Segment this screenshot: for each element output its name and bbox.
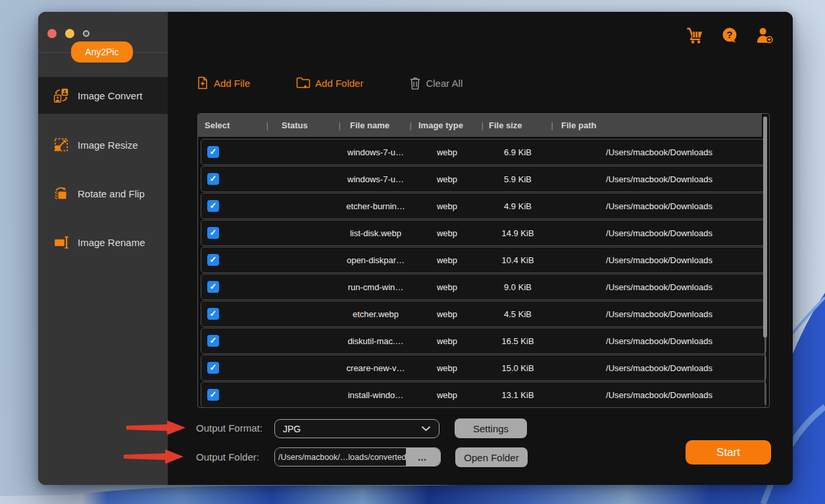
image-type-cell: webp (411, 336, 483, 346)
table-row[interactable]: ✓ windows-7-u… webp 6.9 KiB /Users/macbo… (201, 139, 766, 165)
header-cell-file-size: File size| (482, 120, 552, 130)
sidebar: Any2Pic Image Convert Image Resize (38, 12, 168, 485)
table-row[interactable]: ✓ open-diskpar… webp 10.4 KiB /Users/mac… (201, 247, 766, 273)
clear-all-button[interactable]: Clear All (409, 76, 463, 89)
image-convert-icon (53, 87, 70, 104)
table-row[interactable]: ✓ install-windo… webp 13.1 KiB /Users/ma… (201, 382, 766, 408)
output-folder-label: Output Folder: (196, 451, 259, 463)
browse-button[interactable]: … (406, 448, 440, 466)
row-checkbox[interactable]: ✓ (207, 281, 219, 293)
annotation-arrow-output-format (126, 419, 186, 436)
row-checkbox[interactable]: ✓ (207, 362, 219, 374)
add-folder-label: Add Folder (315, 78, 363, 89)
image-type-cell: webp (411, 174, 483, 184)
output-format-select[interactable]: JPG (274, 419, 439, 438)
sidebar-item-label: Image Rename (78, 237, 145, 248)
table-row[interactable]: ✓ etcher.webp webp 4.5 KiB /Users/macboo… (201, 301, 766, 327)
column-separator: | (410, 120, 412, 130)
file-name-cell: windows-7-u… (340, 147, 411, 157)
file-name-cell: diskutil-mac.… (340, 336, 411, 346)
cart-icon (686, 26, 704, 45)
table-row[interactable]: ✓ list-disk.webp webp 14.9 KiB /Users/ma… (201, 220, 766, 246)
close-button[interactable] (47, 29, 57, 38)
image-type-cell: webp (411, 390, 483, 400)
file-path-cell: /Users/macbook/Downloads (553, 336, 766, 346)
select-cell: ✓ (201, 362, 268, 374)
chevron-down-icon (421, 426, 431, 432)
file-size-cell: 15.0 KiB (483, 363, 553, 373)
topbar-icons: ? (685, 26, 774, 45)
select-cell: ✓ (201, 227, 268, 239)
image-rename-icon (53, 234, 70, 251)
sidebar-item-label: Rotate and Flip (78, 188, 145, 199)
header-cell-status: Status| (267, 120, 339, 130)
add-user-icon (755, 26, 774, 45)
output-format-label: Output Format: (196, 422, 262, 434)
sidebar-item-image-resize[interactable]: Image Resize (38, 126, 168, 163)
row-checkbox[interactable]: ✓ (207, 227, 219, 239)
minimize-button[interactable] (65, 29, 74, 38)
account-button[interactable] (755, 26, 774, 45)
sidebar-item-label: Image Resize (78, 139, 138, 151)
table-row[interactable]: ✓ run-cmd-win… webp 9.0 KiB /Users/macbo… (201, 274, 766, 300)
image-type-cell: webp (411, 201, 483, 211)
sidebar-item-image-rename[interactable]: Image Rename (38, 224, 168, 261)
start-button[interactable]: Start (686, 440, 771, 465)
sidebar-item-rotate-and-flip[interactable]: Rotate and Flip (38, 175, 168, 212)
image-type-cell: webp (411, 147, 483, 157)
settings-button[interactable]: Settings (455, 418, 527, 438)
column-separator: | (551, 120, 553, 130)
sidebar-item-image-convert[interactable]: Image Convert (38, 77, 168, 114)
store-button[interactable] (685, 26, 705, 45)
annotation-arrow-output-folder (124, 448, 184, 465)
file-name-cell: etcher-burnin… (340, 201, 411, 211)
zoom-button[interactable] (83, 30, 89, 37)
help-icon: ? (720, 26, 739, 45)
row-checkbox[interactable]: ✓ (207, 146, 219, 158)
scrollbar-thumb[interactable] (763, 116, 767, 338)
toolbar: Add File Add Folder Clear All (196, 76, 509, 89)
table-row[interactable]: ✓ windows-7-u… webp 5.9 KiB /Users/macbo… (201, 166, 766, 192)
clear-all-label: Clear All (426, 78, 463, 89)
file-size-cell: 10.4 KiB (483, 255, 553, 265)
output-folder-input[interactable] (275, 448, 406, 466)
image-type-cell: webp (411, 228, 483, 238)
file-name-cell: windows-7-u… (340, 174, 411, 184)
select-cell: ✓ (201, 389, 268, 401)
select-cell: ✓ (201, 200, 268, 212)
main-area: ? Add File (168, 12, 793, 485)
table-row[interactable]: ✓ diskutil-mac.… webp 16.5 KiB /Users/ma… (201, 328, 766, 354)
svg-text:?: ? (726, 29, 732, 40)
table-row[interactable]: ✓ etcher-burnin… webp 4.9 KiB /Users/mac… (201, 193, 766, 219)
row-checkbox[interactable]: ✓ (207, 254, 219, 266)
row-checkbox[interactable]: ✓ (207, 200, 219, 212)
column-separator: | (266, 120, 268, 130)
help-button[interactable]: ? (720, 26, 739, 45)
add-file-button[interactable]: Add File (196, 76, 250, 89)
row-checkbox[interactable]: ✓ (207, 335, 219, 347)
table-row[interactable]: ✓ creare-new-v… webp 15.0 KiB /Users/mac… (201, 355, 766, 381)
add-folder-button[interactable]: Add Folder (296, 76, 363, 89)
open-folder-button[interactable]: Open Folder (455, 447, 528, 467)
add-file-label: Add File (214, 78, 250, 89)
row-checkbox[interactable]: ✓ (207, 173, 219, 185)
image-type-cell: webp (411, 309, 483, 319)
select-cell: ✓ (201, 173, 268, 185)
table-header: Select| Status| File name| Image type| F… (198, 114, 762, 137)
header-cell-select: Select| (198, 120, 267, 130)
file-size-cell: 14.9 KiB (483, 228, 553, 238)
file-path-cell: /Users/macbook/Downloads (553, 201, 766, 211)
output-folder-group: … (274, 447, 441, 466)
file-path-cell: /Users/macbook/Downloads (553, 282, 766, 292)
output-format-value: JPG (283, 424, 301, 434)
row-checkbox[interactable]: ✓ (207, 389, 219, 401)
image-type-cell: webp (411, 255, 483, 265)
sidebar-item-label: Image Convert (78, 90, 142, 101)
scrollbar-track (764, 338, 766, 405)
table-scrollbar (763, 116, 767, 405)
add-folder-icon (296, 76, 311, 89)
row-checkbox[interactable]: ✓ (207, 308, 219, 320)
file-size-cell: 16.5 KiB (483, 336, 553, 346)
table-body: ✓ windows-7-u… webp 6.9 KiB /Users/macbo… (198, 137, 769, 408)
file-name-cell: install-windo… (340, 390, 411, 400)
